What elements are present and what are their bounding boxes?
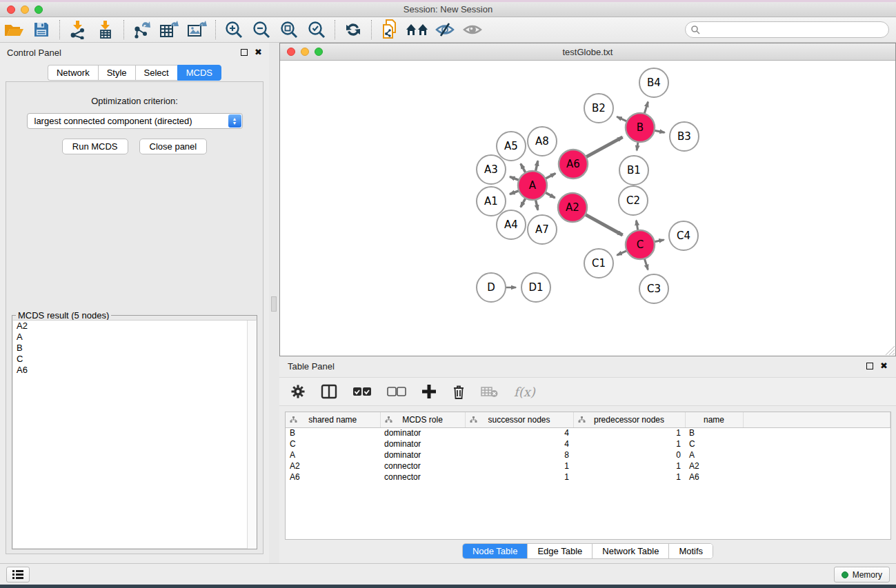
table-cell[interactable]: A6 (685, 472, 743, 483)
result-scrollbar[interactable] (247, 321, 257, 549)
table-cell[interactable]: A2 (286, 460, 380, 472)
mcds-result-item[interactable]: A6 (13, 365, 256, 376)
table-cell[interactable]: 4 (465, 438, 573, 449)
edge-B-B3[interactable] (655, 130, 665, 132)
tab-style[interactable]: Style (98, 65, 135, 81)
table-row[interactable]: A2connector11A2 (286, 460, 890, 472)
tab-select[interactable]: Select (135, 65, 177, 81)
close-panel-icon[interactable]: ✖ (255, 49, 262, 56)
network-maximize-button[interactable] (315, 48, 323, 56)
table-row[interactable]: A6connector11A6 (286, 472, 890, 483)
table-cell[interactable]: B (685, 427, 743, 438)
table-cell[interactable]: A2 (685, 460, 743, 472)
edge-A-A6[interactable] (546, 173, 556, 179)
close-window-button[interactable] (7, 6, 15, 14)
table-cell[interactable]: connector (380, 460, 465, 472)
zoom-fit-button[interactable] (275, 18, 303, 41)
zoom-out-button[interactable] (248, 18, 275, 41)
mcds-result-item[interactable]: A (13, 332, 256, 343)
edge-C-C2[interactable] (636, 221, 637, 231)
select-all-columns-button[interactable] (352, 387, 372, 396)
edge-A-A8[interactable] (535, 161, 537, 171)
table-cell[interactable]: 1 (465, 472, 573, 483)
edge-B-B4[interactable] (644, 102, 648, 114)
mcds-result-item[interactable]: A2 (13, 321, 256, 332)
memory-button[interactable]: Memory (834, 567, 890, 582)
table-cell[interactable]: 1 (465, 460, 573, 472)
show-overview-button[interactable] (404, 18, 431, 41)
task-history-button[interactable] (6, 567, 30, 582)
edge-A6-B[interactable] (586, 137, 622, 157)
table-row[interactable]: Adominator80A (286, 449, 890, 460)
open-session-button[interactable] (0, 18, 28, 41)
network-minimize-button[interactable] (301, 48, 309, 56)
tab-mcds[interactable]: MCDS (177, 65, 221, 81)
minimize-window-button[interactable] (21, 6, 29, 14)
column-header-predecessor-nodes[interactable]: predecessor nodes (573, 412, 685, 427)
refresh-view-button[interactable] (339, 18, 367, 41)
table-cell[interactable]: C (286, 438, 380, 449)
tab-edge-table[interactable]: Edge Table (528, 544, 593, 558)
maximize-window-button[interactable] (34, 6, 43, 14)
table-cell[interactable]: dominator (380, 449, 465, 460)
run-mcds-button[interactable]: Run MCDS (62, 139, 128, 154)
edge-A-A4[interactable] (521, 198, 526, 207)
edge-B-B2[interactable] (617, 116, 627, 121)
column-header-MCDS-role[interactable]: MCDS role (380, 412, 465, 427)
network-graph[interactable]: B4B2BB3A5A8A6A3B1AA1C2A2A4A7C4CC1C3DD1 (280, 61, 895, 356)
table-cell[interactable]: 1 (573, 438, 685, 449)
splitter-grip[interactable] (271, 296, 277, 312)
export-network-button[interactable] (128, 18, 156, 41)
table-cell[interactable]: B (286, 427, 380, 438)
export-table-button[interactable] (156, 18, 183, 41)
zoom-selected-button[interactable] (303, 18, 330, 41)
network-window-titlebar[interactable]: testGlobe.txt (280, 43, 895, 61)
edge-A-A3[interactable] (510, 176, 519, 180)
clone-network-button[interactable] (376, 18, 404, 41)
table-row[interactable]: Bdominator41B (286, 427, 890, 438)
tab-network-table[interactable]: Network Table (593, 544, 669, 558)
hide-edges-button[interactable] (431, 18, 459, 41)
table-cell[interactable]: connector (380, 472, 465, 483)
criterion-dropdown[interactable]: largest connected component (directed) ▲… (27, 113, 243, 129)
tab-motifs[interactable]: Motifs (669, 544, 713, 558)
edge-A-A2[interactable] (545, 192, 555, 198)
show-graphics-details-button[interactable] (459, 18, 486, 41)
edge-A2-C[interactable] (585, 214, 622, 235)
delete-column-button[interactable] (452, 384, 466, 400)
table-cell[interactable]: A (286, 449, 380, 460)
close-table-panel-icon[interactable]: ✖ (880, 363, 888, 369)
table-cell[interactable]: 4 (465, 427, 573, 438)
deselect-all-columns-button[interactable] (387, 387, 406, 396)
table-cell[interactable]: A (685, 449, 743, 460)
import-network-button[interactable] (64, 18, 92, 41)
table-cell[interactable]: 1 (573, 460, 685, 472)
mcds-result-item[interactable]: C (13, 354, 256, 365)
float-panel-icon[interactable] (241, 49, 248, 56)
network-canvas[interactable]: B4B2BB3A5A8A6A3B1AA1C2A2A4A7C4CC1C3DD1 (280, 61, 895, 356)
edge-C-C3[interactable] (644, 258, 648, 270)
table-settings-button[interactable] (290, 384, 306, 399)
column-header-shared-name[interactable]: shared name (286, 412, 380, 427)
mcds-result-list[interactable]: A2ABCA6 (13, 320, 256, 548)
import-table-button[interactable] (92, 18, 119, 41)
float-table-panel-icon[interactable] (866, 363, 873, 369)
search-input[interactable] (685, 21, 889, 38)
table-cell[interactable]: C (685, 438, 743, 449)
panel-splitter[interactable] (269, 43, 279, 563)
table-cell[interactable]: 1 (573, 472, 685, 483)
export-image-button[interactable] (183, 18, 211, 41)
table-cell[interactable]: 8 (465, 449, 573, 460)
table-cell[interactable]: A6 (286, 472, 380, 483)
create-column-button[interactable] (421, 384, 437, 399)
table-cell[interactable]: 0 (573, 449, 685, 460)
column-browser-button[interactable] (321, 384, 337, 399)
mcds-result-item[interactable]: B (13, 343, 256, 354)
tab-network[interactable]: Network (48, 65, 98, 81)
edge-C-C1[interactable] (617, 251, 626, 255)
network-close-button[interactable] (287, 48, 295, 56)
edge-B-B1[interactable] (637, 142, 638, 151)
table-cell[interactable]: dominator (380, 427, 465, 438)
edge-C-C4[interactable] (655, 240, 664, 242)
tab-node-table[interactable]: Node Table (463, 544, 528, 558)
